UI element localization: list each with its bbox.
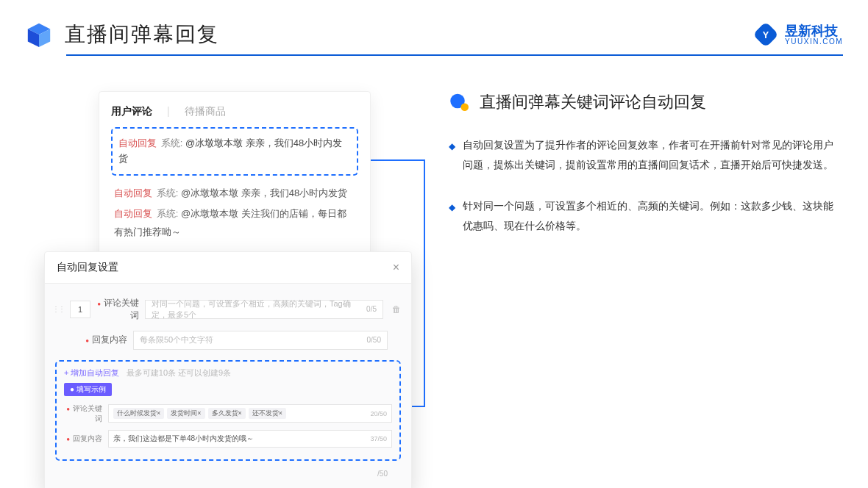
content-count: 0/50 bbox=[367, 336, 381, 344]
modal-header: 自动回复设置 × bbox=[45, 252, 411, 284]
diamond-icon: ◆ bbox=[449, 199, 455, 235]
example-section: + 增加自动回复 最多可建10条 还可以创建9条 ● 填写示例 ●评论关键词 什… bbox=[55, 360, 401, 461]
brand-text: 昱新科技 YUUXIN.COM bbox=[785, 24, 843, 46]
brand-name: 昱新科技 bbox=[785, 24, 843, 37]
trailing-count: /50 bbox=[52, 468, 404, 484]
slide-header: 直播间弹幕回复 Y 昱新科技 YUUXIN.COM bbox=[0, 0, 868, 54]
comment-line-2: 自动回复 系统: @冰墩墩本墩 亲亲，我们48小时内发货 bbox=[111, 183, 358, 204]
comment-line-3: 自动回复 系统: @冰墩墩本墩 关注我们的店铺，每日都有热门推荐呦～ bbox=[111, 204, 358, 243]
title-group: 直播间弹幕回复 bbox=[25, 21, 219, 49]
right-heading: 直播间弹幕关键词评论自动回复 bbox=[449, 91, 843, 113]
keyword-count: 0/5 bbox=[366, 305, 377, 313]
ex-ct-label: ●回复内容 bbox=[64, 434, 102, 444]
comment-card: 用户评论 | 待播商品 自动回复 系统: @冰墩墩本墩 亲亲，我们48小时内发货… bbox=[99, 91, 371, 266]
add-auto-reply-link[interactable]: + 增加自动回复 bbox=[64, 368, 119, 377]
auto-reply-tag: 自动回复 bbox=[114, 208, 152, 219]
example-pill: ● 填写示例 bbox=[64, 383, 112, 396]
tab-pending-goods[interactable]: 待播商品 bbox=[185, 105, 226, 118]
page-title: 直播间弹幕回复 bbox=[65, 21, 219, 49]
highlighted-comment: 自动回复 系统: @冰墩墩本墩 亲亲，我们48小时内发货 bbox=[111, 127, 358, 176]
keyword-input[interactable]: 对同一个问题，可设置多个相近，高频的关键词，Tag确定，最多5个 0/5 bbox=[145, 300, 383, 319]
auto-reply-tag: 自动回复 bbox=[114, 187, 152, 198]
example-content-row: ●回复内容 亲，我们这边都是下单48小时内发货的哦～ 37/50 bbox=[64, 427, 392, 451]
keyword-tag[interactable]: 多久发货× bbox=[208, 408, 246, 419]
keyword-tag[interactable]: 发货时间× bbox=[167, 408, 204, 419]
right-title: 直播间弹幕关键词评论自动回复 bbox=[480, 91, 706, 113]
brand-url: YUUXIN.COM bbox=[785, 37, 843, 46]
drag-handle-icon[interactable]: ⋮⋮ bbox=[52, 305, 64, 313]
index-box: 1 bbox=[70, 301, 90, 318]
ex-kw-input[interactable]: 什么时候发货× 发货时间× 多久发货× 还不发货× 20/50 bbox=[108, 404, 392, 423]
content-row: ●回复内容 每条限50个中文字符 0/50 bbox=[52, 326, 404, 354]
keyword-row: ⋮⋮ 1 ●评论关键词 对同一个问题，可设置多个相近，高频的关键词，Tag确定，… bbox=[52, 293, 404, 326]
auto-reply-settings-modal: 自动回复设置 × ⋮⋮ 1 ●评论关键词 对同一个问题，可设置多个相近，高频的关… bbox=[44, 251, 412, 488]
keyword-tag[interactable]: 什么时候发货× bbox=[113, 408, 164, 419]
brand-logo-icon: Y bbox=[753, 21, 779, 48]
diamond-icon: ◆ bbox=[449, 138, 455, 174]
example-keyword-row: ●评论关键词 什么时候发货× 发货时间× 多久发货× 还不发货× 20/50 bbox=[64, 401, 392, 427]
content-label: ●回复内容 bbox=[85, 334, 127, 346]
ex-ct-text: 亲，我们这边都是下单48小时内发货的哦～ bbox=[113, 434, 254, 444]
keyword-tag[interactable]: 还不发货× bbox=[249, 408, 286, 419]
chat-bubble-icon bbox=[449, 91, 471, 113]
content-input[interactable]: 每条限50个中文字符 0/50 bbox=[133, 331, 388, 350]
connector-line bbox=[369, 159, 425, 161]
modal-body: ⋮⋮ 1 ●评论关键词 对同一个问题，可设置多个相近，高频的关键词，Tag确定，… bbox=[45, 284, 411, 488]
ex-kw-label: ●评论关键词 bbox=[64, 403, 102, 424]
tab-divider: | bbox=[167, 105, 170, 118]
tab-user-comments[interactable]: 用户评论 bbox=[111, 105, 152, 118]
comment-tabs: 用户评论 | 待播商品 bbox=[111, 105, 358, 118]
bullet-text: 自动回复设置为了提升作者的评论回复效率，作者可在开播前针对常见的评论用户问题，提… bbox=[463, 135, 843, 174]
bullet-item: ◆ 自动回复设置为了提升作者的评论回复效率，作者可在开播前针对常见的评论用户问题… bbox=[449, 135, 843, 174]
svg-text:Y: Y bbox=[763, 30, 769, 40]
system-tag: 系统: bbox=[157, 208, 179, 219]
system-tag: 系统: bbox=[161, 137, 183, 148]
ex-ct-input[interactable]: 亲，我们这边都是下单48小时内发货的哦～ 37/50 bbox=[108, 430, 392, 448]
content-area: 用户评论 | 待播商品 自动回复 系统: @冰墩墩本墩 亲亲，我们48小时内发货… bbox=[0, 56, 868, 488]
bullet-text: 针对同一个问题，可设置多个相近的、高频的关键词。例如：这款多少钱、这块能优惠吗、… bbox=[463, 196, 843, 235]
cube-icon bbox=[25, 21, 53, 49]
svg-point-6 bbox=[461, 104, 469, 112]
auto-reply-tag: 自动回复 bbox=[118, 137, 157, 148]
ex-ct-count: 37/50 bbox=[370, 435, 387, 442]
close-icon[interactable]: × bbox=[393, 261, 399, 274]
system-tag: 系统: bbox=[157, 187, 179, 198]
add-row: + 增加自动回复 最多可建10条 还可以创建9条 bbox=[64, 367, 392, 378]
keyword-label: ●评论关键词 bbox=[96, 297, 139, 322]
trash-icon[interactable]: 🗑 bbox=[389, 304, 404, 315]
connector-line-vert bbox=[424, 159, 425, 406]
brand-group: Y 昱新科技 YUUXIN.COM bbox=[753, 21, 843, 48]
add-hint: 最多可建10条 还可以创建9条 bbox=[127, 368, 231, 377]
bullet-list: ◆ 自动回复设置为了提升作者的评论回复效率，作者可在开播前针对常见的评论用户问题… bbox=[449, 135, 843, 235]
left-column: 用户评论 | 待播商品 自动回复 系统: @冰墩墩本墩 亲亲，我们48小时内发货… bbox=[44, 91, 427, 488]
modal-title: 自动回复设置 bbox=[57, 261, 118, 274]
right-column: 直播间弹幕关键词评论自动回复 ◆ 自动回复设置为了提升作者的评论回复效率，作者可… bbox=[449, 91, 843, 488]
ex-kw-count: 20/50 bbox=[370, 410, 387, 417]
placeholder-text: 每条限50个中文字符 bbox=[140, 334, 213, 345]
comment-text: @冰墩墩本墩 亲亲，我们48小时内发货 bbox=[181, 187, 347, 198]
placeholder-text: 对同一个问题，可设置多个相近，高频的关键词，Tag确定，最多5个 bbox=[152, 298, 366, 320]
bullet-item: ◆ 针对同一个问题，可设置多个相近的、高频的关键词。例如：这款多少钱、这块能优惠… bbox=[449, 196, 843, 235]
